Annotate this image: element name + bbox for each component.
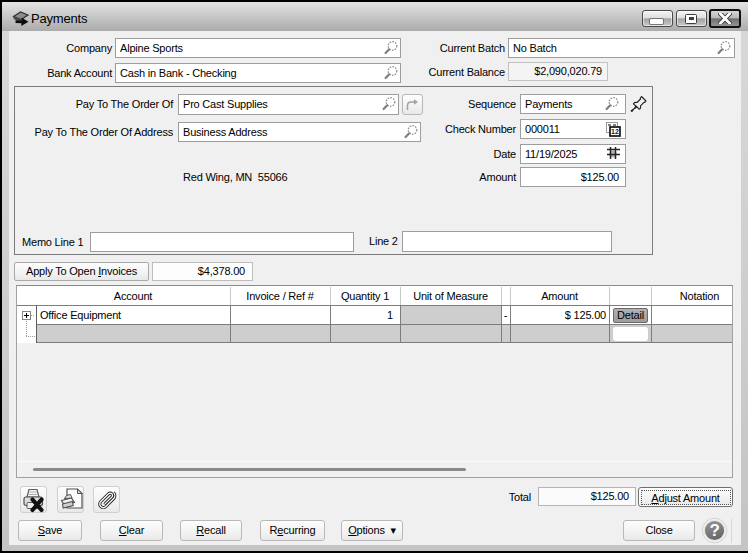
svg-text:12: 12 [611, 128, 619, 135]
svg-text:?: ? [709, 521, 719, 540]
